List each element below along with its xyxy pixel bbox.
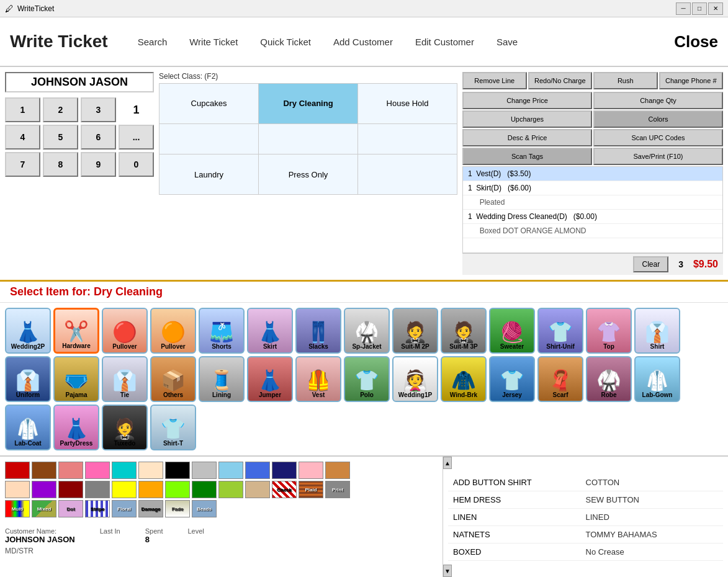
item-btn-shorts[interactable]: 🩳Shorts: [199, 308, 245, 354]
item-btn-tie[interactable]: 👔Tie: [102, 356, 148, 402]
item-btn-suit-m-2p[interactable]: 🤵Suit-M 2P: [392, 308, 438, 354]
rush-btn[interactable]: Rush: [593, 72, 658, 89]
scroll-up-btn[interactable]: ▲: [443, 457, 452, 469]
color-royalblue[interactable]: [245, 462, 270, 479]
item-btn-polo[interactable]: 👕Polo: [344, 356, 390, 402]
ticket-item-vest[interactable]: 1 Vest(D) ($3.50): [463, 167, 722, 181]
option-left-3[interactable]: NATNETS: [453, 530, 586, 539]
color-purple[interactable]: [32, 481, 56, 498]
colors-btn[interactable]: Colors: [593, 110, 723, 128]
change-price-btn[interactable]: Change Price: [462, 92, 592, 109]
item-btn-pullover[interactable]: 🟠Pullover: [150, 308, 196, 354]
item-btn-skirt[interactable]: 👗Skirt: [247, 308, 293, 354]
item-btn-partydress[interactable]: 👗PartyDress: [53, 405, 99, 450]
close-btn[interactable]: ✕: [708, 2, 723, 15]
pattern-print[interactable]: Print: [325, 481, 350, 498]
color-yellow[interactable]: [112, 481, 137, 498]
item-btn-sweater[interactable]: 🧶Sweater: [489, 308, 535, 354]
numpad-3[interactable]: 3: [81, 97, 116, 122]
desc-price-btn[interactable]: Desc & Price: [462, 129, 592, 146]
option-right-0[interactable]: COTTON: [586, 478, 719, 487]
color-green[interactable]: [192, 481, 217, 498]
color-peru[interactable]: [325, 462, 350, 479]
item-btn-lab-gown[interactable]: 🥼Lab-Gown: [634, 356, 680, 402]
item-btn-sp-jacket[interactable]: 🥋Sp-Jacket: [344, 308, 390, 354]
item-btn-others[interactable]: 📦Others: [150, 356, 196, 402]
color-darkgray[interactable]: [85, 481, 110, 498]
color-gray[interactable]: [192, 462, 217, 479]
color-salmon[interactable]: [58, 462, 83, 479]
option-left-4[interactable]: BOXED: [453, 547, 586, 557]
item-btn-slacks[interactable]: 👖Slacks: [295, 308, 341, 354]
numpad-4[interactable]: 4: [5, 125, 40, 150]
item-btn-jersey[interactable]: 👕Jersey: [489, 356, 535, 402]
item-btn-tuxedo[interactable]: 🤵Tuxedo: [102, 405, 148, 450]
option-right-3[interactable]: TOMMY BAHAMAS: [586, 530, 719, 539]
class-household[interactable]: House Hold: [358, 84, 457, 123]
option-left-2[interactable]: LINEN: [453, 512, 586, 522]
item-btn-top[interactable]: 👚Top: [586, 308, 632, 354]
option-right-4[interactable]: No Crease: [586, 547, 719, 557]
pattern-beads[interactable]: Beads: [192, 500, 217, 517]
nav-save[interactable]: Save: [492, 34, 523, 50]
pattern-stripe[interactable]: Stripe: [85, 500, 110, 517]
change-qty-btn[interactable]: Change Qty: [593, 92, 723, 109]
upcharges-btn[interactable]: Upcharges: [462, 110, 592, 128]
color-bisque[interactable]: [138, 462, 163, 479]
numpad-dots[interactable]: ...: [119, 125, 154, 150]
item-btn-hardware[interactable]: ✂️Hardware: [53, 308, 99, 354]
pattern-fade[interactable]: Fade: [165, 500, 190, 517]
item-btn-uniform[interactable]: 👔Uniform: [5, 356, 51, 402]
color-skyblue[interactable]: [218, 462, 243, 479]
ticket-item-skirt[interactable]: 1 Skirt(D) ($6.00): [463, 181, 722, 195]
nav-write-ticket[interactable]: Write Ticket: [184, 34, 243, 50]
color-pink[interactable]: [85, 462, 110, 479]
class-press-only[interactable]: Press Only: [259, 154, 357, 194]
ticket-item-wedding[interactable]: 1 Wedding Dress Cleaned(D) ($0.00): [463, 210, 722, 224]
class-laundry[interactable]: Laundry: [160, 154, 258, 194]
color-brown[interactable]: [32, 462, 56, 479]
item-btn-scarf[interactable]: 🧣Scarf: [537, 356, 583, 402]
nav-close[interactable]: Close: [674, 32, 718, 51]
color-yellowgreen[interactable]: [218, 481, 243, 498]
item-btn-wind-brk[interactable]: 🧥Wind-Brk: [441, 356, 487, 402]
option-left-1[interactable]: HEM DRESS: [453, 495, 586, 504]
nav-add-customer[interactable]: Add Customer: [328, 34, 398, 50]
scan-tags-btn[interactable]: Scan Tags: [462, 148, 592, 165]
pattern-multi[interactable]: Multi: [5, 500, 30, 517]
item-btn-pullover[interactable]: 🔴Pullover: [102, 308, 148, 354]
numpad-9[interactable]: 9: [81, 152, 116, 177]
numpad-0[interactable]: 0: [119, 152, 154, 177]
color-darkred[interactable]: [58, 481, 83, 498]
item-btn-lining[interactable]: 🧵Lining: [199, 356, 245, 402]
class-cupcakes[interactable]: Cupcakes: [160, 84, 258, 123]
color-peach[interactable]: [5, 481, 30, 498]
pattern-damage[interactable]: Damage: [138, 500, 163, 517]
numpad-1[interactable]: 1: [5, 97, 40, 122]
numpad-6[interactable]: 6: [81, 125, 116, 150]
remove-line-btn[interactable]: Remove Line: [462, 72, 527, 89]
pattern-floral[interactable]: Floral: [112, 500, 137, 517]
item-btn-pajama[interactable]: 🩲Pajama: [53, 356, 99, 402]
maximize-btn[interactable]: □: [692, 2, 707, 15]
minimize-btn[interactable]: ─: [676, 2, 691, 15]
pattern-mixed[interactable]: Mixed: [32, 500, 56, 517]
option-right-1[interactable]: SEW BUTTON: [586, 495, 719, 504]
color-tan[interactable]: [245, 481, 270, 498]
color-cyan[interactable]: [112, 462, 137, 479]
nav-quick-ticket[interactable]: Quick Ticket: [255, 34, 316, 50]
numpad-7[interactable]: 7: [5, 152, 40, 177]
color-red[interactable]: [5, 462, 30, 479]
class-dry-cleaning[interactable]: Dry Cleaning: [259, 84, 357, 123]
color-chartreuse[interactable]: [165, 481, 190, 498]
color-navy[interactable]: [272, 462, 297, 479]
item-btn-jumper[interactable]: 👗Jumper: [247, 356, 293, 402]
change-phone-btn[interactable]: Change Phone #: [659, 72, 724, 89]
numpad-8[interactable]: 8: [43, 152, 78, 177]
scroll-down-btn[interactable]: ▼: [443, 565, 452, 577]
color-black[interactable]: [165, 462, 190, 479]
scan-upc-btn[interactable]: Scan UPC Codes: [593, 129, 723, 146]
numpad-5[interactable]: 5: [43, 125, 78, 150]
item-btn-robe[interactable]: 🥋Robe: [586, 356, 632, 402]
option-right-2[interactable]: LINED: [586, 512, 719, 522]
